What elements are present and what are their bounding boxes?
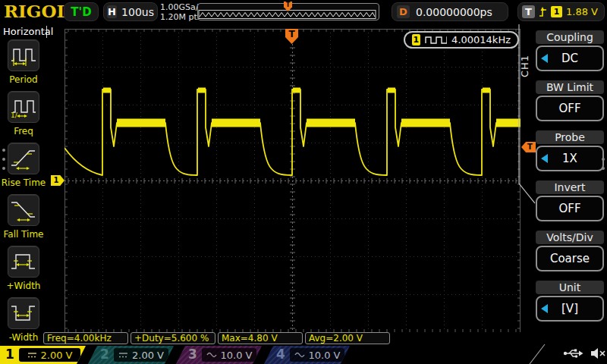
- bw-limit-title: BW Limit: [536, 80, 604, 94]
- left-menu-page-dot: [2, 158, 5, 161]
- invert-title: Invert: [536, 180, 604, 194]
- trigger-source-badge: 1: [551, 6, 562, 17]
- ac-coupling-icon: [206, 351, 217, 359]
- channel1-scale-value: 2.00 V: [41, 350, 73, 361]
- left-menu-page-dot: [2, 149, 5, 152]
- channel2-number: 2: [100, 347, 109, 362]
- freq-counter-channel-badge: 1: [412, 34, 420, 46]
- channel1-number: 1: [5, 347, 14, 362]
- channel2-status[interactable]: 2 2.00 V: [88, 346, 174, 364]
- fall-time-icon: [10, 198, 37, 222]
- measurement-avg: Avg=2.00 V: [305, 332, 390, 344]
- fall-time-button[interactable]: [8, 194, 39, 226]
- frequency-counter-badge: 1 4.00014kHz: [404, 31, 519, 49]
- right-menu-channel-tab: CH1: [519, 38, 532, 94]
- left-menu-title: Horizontal: [0, 26, 47, 38]
- plus-width-label: +Width: [0, 281, 47, 291]
- freq-counter-value: 4.00014kHz: [451, 34, 511, 46]
- rise-time-label: Rise Time: [0, 177, 47, 188]
- measurement-duty: +Duty=5.600 %: [131, 332, 215, 344]
- delay-value: 0.00000000ps: [416, 6, 492, 18]
- channel3-status[interactable]: 3 10.0 V: [176, 346, 262, 364]
- bw-limit-value: OFF: [558, 102, 580, 115]
- graticule-waveform-area[interactable]: [64, 29, 521, 332]
- pulse-train-icon: [425, 35, 448, 46]
- acquisition-info: 1.00GSa/s 1.20M pts: [160, 2, 203, 22]
- speaker-muted-icon: [590, 347, 606, 359]
- probe-title: Probe: [536, 130, 604, 144]
- channel2-scale: 2.00 V: [114, 348, 168, 362]
- dc-coupling-icon: [118, 351, 128, 359]
- svg-text:1/: 1/: [11, 111, 18, 119]
- period-button[interactable]: [8, 39, 39, 71]
- channel1-ground-marker[interactable]: 1: [51, 175, 64, 186]
- channel3-scale-value: 10.0 V: [221, 350, 253, 361]
- oscilloscope-screen: RIGOL T'D H 100us 1.00GSa/s 1.20M pts T …: [0, 0, 607, 364]
- channel3-scale: 10.0 V: [202, 348, 256, 362]
- freq-button[interactable]: 1/: [8, 91, 39, 123]
- channel4-scale-value: 10.0 V: [309, 350, 341, 361]
- right-menu-page-dot: [602, 167, 605, 170]
- status-icon-tray: [563, 347, 606, 359]
- left-arrow-icon: [541, 54, 548, 63]
- left-arrow-icon: [541, 304, 548, 313]
- measurement-max: Max=4.80 V: [218, 332, 303, 344]
- horizontal-timebase-box[interactable]: H 100us: [103, 2, 158, 21]
- sample-rate: 1.00GSa/s: [160, 2, 203, 12]
- timebase-value: 100us: [121, 6, 154, 18]
- channel2-scale-value: 2.00 V: [132, 350, 164, 361]
- left-arrow-icon: [541, 154, 548, 163]
- plus-width-button[interactable]: [8, 246, 39, 278]
- period-icon: [10, 43, 37, 67]
- period-label: Period: [0, 74, 47, 85]
- channel4-scale: 10.0 V: [290, 348, 344, 362]
- coupling-value-button[interactable]: DC: [536, 46, 604, 71]
- d-label: D: [397, 5, 410, 18]
- probe-value: 1X: [562, 152, 577, 165]
- invert-value: OFF: [558, 202, 580, 215]
- fall-time-label: Fall Time: [0, 229, 47, 240]
- ac-coupling-icon: [294, 351, 305, 359]
- freq-icon: 1/: [10, 95, 37, 119]
- channel1-status[interactable]: 1 2.00 V: [0, 346, 86, 364]
- rigol-logo: RIGOL: [4, 1, 69, 21]
- rising-slope-icon: [539, 6, 547, 18]
- volts-div-title: Volts/Div: [536, 231, 604, 244]
- minus-width-button[interactable]: [8, 297, 39, 329]
- plus-width-icon: [10, 249, 37, 274]
- ch1-waveform-trace: [64, 89, 521, 175]
- left-menu-page-dot: [2, 167, 5, 170]
- trigger-status-badge: T'D: [64, 2, 99, 21]
- right-menu-page-dot: [602, 158, 605, 161]
- memory-depth: 1.20M pts: [160, 12, 203, 22]
- rise-time-icon: [10, 146, 37, 171]
- freq-label: Freq: [0, 126, 47, 136]
- volts-div-value: Coarse: [550, 252, 590, 265]
- unit-value-button[interactable]: [V]: [536, 296, 604, 322]
- t-label: T: [522, 5, 535, 18]
- minus-width-label: -Width: [0, 332, 47, 343]
- channel4-status[interactable]: 4 10.0 V: [264, 346, 350, 364]
- channel3-number: 3: [188, 347, 197, 362]
- volts-div-value-button[interactable]: Coarse: [536, 246, 604, 271]
- coupling-value: DC: [561, 52, 578, 65]
- unit-value: [V]: [561, 302, 578, 315]
- trigger-box[interactable]: T 1 1.88 V: [517, 2, 605, 21]
- bw-limit-value-button[interactable]: OFF: [536, 96, 604, 121]
- channel1-scale: 2.00 V: [19, 348, 80, 362]
- invert-value-button[interactable]: OFF: [536, 196, 604, 221]
- channel4-number: 4: [276, 347, 285, 362]
- coupling-title: Coupling: [536, 30, 604, 44]
- h-label: H: [107, 5, 117, 18]
- usb-icon: [563, 347, 583, 359]
- dc-coupling-icon: [27, 351, 37, 359]
- unit-title: Unit: [536, 281, 604, 294]
- measurement-freq: Freq=4.00kHz: [43, 332, 128, 344]
- rise-time-button[interactable]: [8, 143, 39, 174]
- bottom-right-separator: [528, 343, 548, 364]
- trigger-level-value: 1.88 V: [566, 6, 598, 17]
- probe-value-button[interactable]: 1X: [536, 146, 604, 171]
- delay-box[interactable]: D 0.00000000ps: [392, 2, 508, 21]
- minus-width-icon: [10, 301, 37, 325]
